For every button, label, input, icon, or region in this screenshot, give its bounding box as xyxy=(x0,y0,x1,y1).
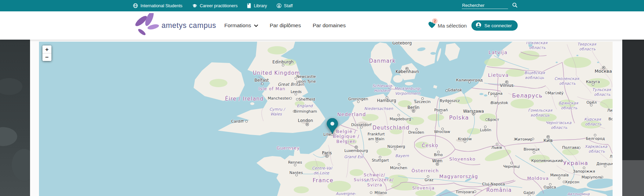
map-label: область xyxy=(585,122,602,126)
map-label: область xyxy=(559,81,576,86)
city-dot xyxy=(370,192,372,194)
user-circle-icon xyxy=(476,22,481,29)
map-label: Kraków xyxy=(458,137,472,141)
map-label: Polska xyxy=(449,114,469,121)
map-label: Київ xyxy=(544,138,553,143)
globe-icon xyxy=(133,3,138,8)
top-links: International Students Career practition… xyxy=(133,0,293,11)
my-selection[interactable]: 2 Ma sélection xyxy=(428,21,467,30)
map-label: Leeds xyxy=(291,90,302,94)
map-label: Тверская xyxy=(577,42,596,47)
map-label: Suisse/Svizzera/ xyxy=(354,177,394,182)
search-input[interactable] xyxy=(462,2,508,9)
map-label: România xyxy=(486,187,512,193)
top-link-label: Staff xyxy=(284,3,293,8)
map-label: Wrocław xyxy=(434,130,450,134)
map-label: Düsseldorf xyxy=(351,123,372,127)
map-label: Vilnius xyxy=(500,83,513,88)
map-label: Schweiz/ xyxy=(364,173,385,177)
backdrop-photo-right xyxy=(622,40,644,196)
map-label: Moldova xyxy=(527,176,549,181)
selection-label: Ma sélection xyxy=(438,23,467,29)
map-label: Cardiff xyxy=(231,119,244,124)
menu-label: Par diplômes xyxy=(270,22,301,29)
nav-actions: 2 Ma sélection Se connecter xyxy=(428,11,518,40)
map-label: Grand Est xyxy=(344,155,363,159)
map-label: Миколаїв xyxy=(550,173,568,177)
city-dot xyxy=(427,175,429,178)
map-label: Cluj-Napoca xyxy=(482,182,505,186)
map-label: Białystok xyxy=(491,101,508,105)
map-label: Bayern xyxy=(395,154,409,158)
book-icon xyxy=(247,3,251,8)
map-label: Чернівці xyxy=(503,164,520,169)
map-label: область xyxy=(579,47,596,51)
city-dot xyxy=(533,151,535,154)
menu-item-par-domaines[interactable]: Par domaines xyxy=(313,22,346,29)
map-label: Österreich xyxy=(411,168,439,173)
map-label: область xyxy=(529,45,546,50)
map-label: вобласць xyxy=(525,75,544,80)
map-label: København xyxy=(396,69,419,74)
map-label: Hamburg xyxy=(377,98,396,103)
map-label: Centre-Val xyxy=(312,166,332,171)
map-label: Great Britain xyxy=(278,82,304,87)
map-label: Wien xyxy=(432,158,442,163)
link-international-students[interactable]: International Students xyxy=(133,3,183,8)
top-utility-bar: International Students Career practition… xyxy=(0,0,644,11)
map-label: Кропивницький xyxy=(531,158,563,163)
map-label: Manchester xyxy=(268,96,290,101)
search-button[interactable] xyxy=(512,2,518,9)
map-label: London xyxy=(298,118,313,123)
map-label: de Loire xyxy=(313,171,329,175)
map-label: Bydgoszcz xyxy=(440,99,460,103)
top-link-label: International Students xyxy=(140,3,183,8)
map-label: Москва xyxy=(595,69,612,74)
zoom-out-button[interactable]: − xyxy=(42,53,51,61)
link-staff[interactable]: Staff xyxy=(276,3,293,8)
map-label: Львів xyxy=(491,145,502,150)
formations-map[interactable]: GöteborgEdinburghNewcastleupon TyneUnite… xyxy=(39,42,613,196)
map-label: Калининград xyxy=(456,78,482,82)
search-bar xyxy=(462,1,518,10)
link-career-practitioners[interactable]: Career practitioners xyxy=(192,3,238,8)
menu-item-formations[interactable]: Formations xyxy=(224,22,258,29)
map-label: Paris xyxy=(322,151,332,155)
login-button[interactable]: Se connecter xyxy=(471,20,518,31)
map-label: Česko xyxy=(422,143,438,148)
map-label: Віцебская xyxy=(524,71,545,75)
zoom-in-button[interactable]: + xyxy=(42,45,51,53)
search-icon xyxy=(512,2,518,9)
map-label: Гродна xyxy=(488,91,502,96)
location-marker-pin[interactable] xyxy=(325,118,340,136)
menu-label: Formations xyxy=(224,22,251,29)
map-label: Belfast xyxy=(254,78,269,83)
city-dot xyxy=(594,134,596,136)
city-dot xyxy=(545,92,548,94)
map-label: England xyxy=(297,104,313,108)
map-label: Auvergne- xyxy=(336,192,356,196)
city-dot xyxy=(558,177,560,179)
brand-logo[interactable]: ametys campus xyxy=(134,11,216,40)
map-label: Éire / Ireland xyxy=(225,96,264,102)
link-library[interactable]: Library xyxy=(247,3,267,8)
map-label: Niedersachsen xyxy=(364,106,393,111)
city-dot xyxy=(486,118,488,121)
map-label: Slovenija xyxy=(412,186,435,190)
map-label: Vorpommern xyxy=(395,91,420,96)
map-label: am Main xyxy=(368,137,384,141)
map-label: Брянская xyxy=(559,101,578,105)
map-label: Isle of Man xyxy=(258,86,285,91)
map-label: Житомир xyxy=(514,137,533,142)
map-label: Чернігівська xyxy=(545,121,571,125)
map-label: область xyxy=(594,92,611,97)
map-label: Nederland xyxy=(337,112,366,117)
map-label: Воронеж xyxy=(608,117,613,121)
menu-item-par-diplomes[interactable]: Par diplômes xyxy=(270,22,301,29)
map-label: Gdańsk xyxy=(448,88,462,92)
menu-label: Par domaines xyxy=(313,22,346,29)
city-dot xyxy=(245,120,248,123)
city-dot xyxy=(398,114,400,116)
map-label: Псковская xyxy=(526,42,547,45)
map-label: France xyxy=(313,177,333,184)
